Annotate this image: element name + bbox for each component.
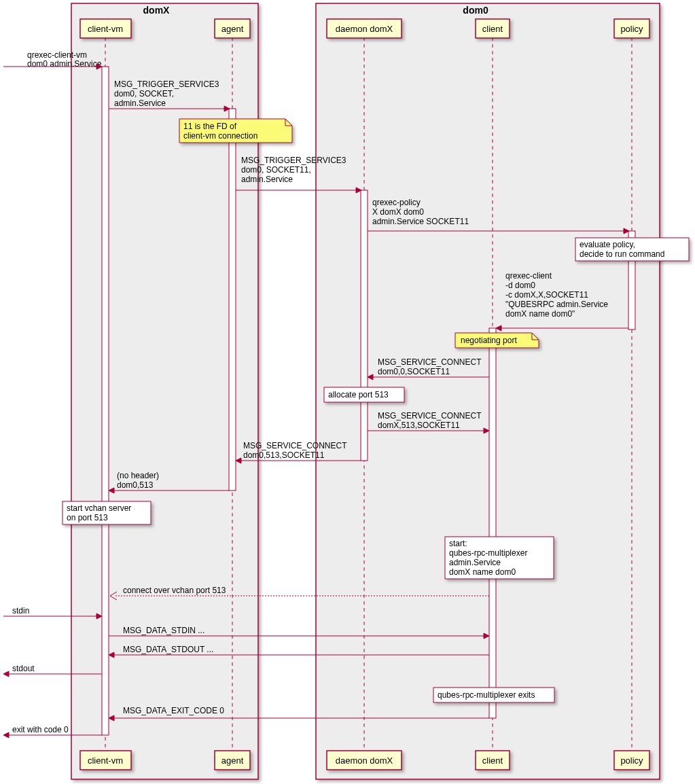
svg-text:daemon domX: daemon domX: [336, 24, 393, 34]
svg-text:dom0,0,SOCKET11: dom0,0,SOCKET11: [378, 367, 450, 376]
svg-text:policy: policy: [620, 24, 643, 34]
svg-marker-82: [3, 671, 9, 677]
svg-text:MSG_DATA_STDOUT ...: MSG_DATA_STDOUT ...: [123, 645, 213, 654]
activation-daemon: [361, 190, 368, 461]
note-start-multiplexer: start: qubes-rpc-multiplexer admin.Servi…: [445, 537, 554, 579]
svg-text:dom0 admin.Service: dom0 admin.Service: [27, 59, 102, 69]
svg-text:-d dom0: -d dom0: [505, 281, 535, 290]
svg-text:client-vm: client-vm: [88, 755, 123, 766]
svg-text:dom0, SOCKET,: dom0, SOCKET,: [114, 89, 174, 99]
svg-text:MSG_TRIGGER_SERVICE3: MSG_TRIGGER_SERVICE3: [114, 79, 219, 89]
svg-text:admin.Service: admin.Service: [241, 175, 293, 184]
svg-text:qrexec-policy: qrexec-policy: [372, 198, 421, 207]
note-allocate-port: allocate port 513: [324, 387, 404, 402]
svg-text:decide to run command: decide to run command: [580, 249, 664, 259]
svg-marker-90: [3, 732, 9, 738]
svg-text:MSG_DATA_EXIT_CODE 0: MSG_DATA_EXIT_CODE 0: [123, 706, 224, 715]
svg-text:stdin: stdin: [12, 606, 29, 616]
svg-text:client-vm connection: client-vm connection: [183, 131, 257, 141]
svg-text:(no header): (no header): [117, 471, 159, 480]
svg-text:client: client: [482, 24, 503, 34]
activation-agent: [229, 109, 236, 491]
note-negotiating-port: negotiating port: [455, 333, 539, 348]
svg-text:agent: agent: [221, 755, 244, 766]
svg-text:admin.Service: admin.Service: [449, 558, 501, 567]
svg-text:qrexec-client-vm: qrexec-client-vm: [27, 50, 87, 60]
svg-text:start vchan server: start vchan server: [67, 503, 131, 513]
svg-text:qubes-rpc-multiplexer: qubes-rpc-multiplexer: [449, 548, 527, 558]
note-evaluate-policy: evaluate policy, decide to run command: [575, 238, 689, 261]
svg-text:client-vm: client-vm: [88, 24, 123, 34]
svg-text:domX name dom0: domX name dom0: [449, 567, 516, 577]
box-dom0-title: dom0: [463, 5, 488, 16]
svg-text:exit with code 0: exit with code 0: [12, 725, 69, 734]
sequence-diagram: domX dom0 client-vm agent daemon domX cl…: [0, 0, 695, 784]
svg-text:on port 513: on port 513: [67, 513, 108, 522]
activation-client: [489, 328, 496, 718]
svg-text:-c domX,X,SOCKET11: -c domX,X,SOCKET11: [505, 290, 588, 300]
note-multiplexer-exits: qubes-rpc-multiplexer exits: [433, 688, 554, 702]
svg-text:qubes-rpc-multiplexer exits: qubes-rpc-multiplexer exits: [438, 690, 535, 700]
svg-text:stdout: stdout: [12, 664, 35, 673]
svg-text:qrexec-client: qrexec-client: [505, 271, 552, 281]
activation-clientvm: [102, 67, 109, 735]
svg-text:domX name dom0": domX name dom0": [505, 309, 575, 319]
svg-text:dom0,513,SOCKET11: dom0,513,SOCKET11: [243, 450, 325, 460]
svg-text:MSG_DATA_STDIN ...: MSG_DATA_STDIN ...: [123, 626, 204, 635]
svg-text:policy: policy: [620, 755, 643, 766]
svg-text:daemon domX: daemon domX: [336, 755, 393, 766]
svg-text:dom0, SOCKET11,: dom0, SOCKET11,: [241, 165, 311, 175]
svg-text:MSG_TRIGGER_SERVICE3: MSG_TRIGGER_SERVICE3: [241, 156, 346, 165]
svg-text:admin.Service SOCKET11: admin.Service SOCKET11: [372, 217, 469, 226]
svg-text:admin.Service: admin.Service: [114, 99, 166, 108]
svg-text:start:: start:: [449, 539, 467, 548]
svg-text:dom0,513: dom0,513: [117, 480, 154, 490]
box-domX-title: domX: [143, 5, 171, 16]
svg-text:domX,513,SOCKET11: domX,513,SOCKET11: [378, 421, 460, 430]
svg-text:connect over vchan port 513: connect over vchan port 513: [123, 586, 226, 595]
svg-text:allocate port 513: allocate port 513: [328, 390, 389, 399]
svg-text:MSG_SERVICE_CONNECT: MSG_SERVICE_CONNECT: [378, 357, 482, 367]
svg-text:X domX dom0: X domX dom0: [372, 207, 424, 217]
svg-text:evaluate policy,: evaluate policy,: [580, 240, 635, 249]
svg-text:11 is the FD of: 11 is the FD of: [183, 122, 237, 131]
note-fd-11: 11 is the FD of client-vm connection: [179, 119, 292, 143]
svg-text:MSG_SERVICE_CONNECT: MSG_SERVICE_CONNECT: [378, 411, 482, 421]
svg-text:agent: agent: [221, 24, 244, 34]
svg-text:client: client: [482, 755, 503, 766]
note-start-vchan: start vchan server on port 513: [63, 501, 151, 524]
svg-text:"QUBESRPC admin.Service: "QUBESRPC admin.Service: [505, 300, 608, 309]
svg-text:MSG_SERVICE_CONNECT: MSG_SERVICE_CONNECT: [243, 441, 347, 450]
svg-text:negotiating port: negotiating port: [461, 336, 517, 345]
